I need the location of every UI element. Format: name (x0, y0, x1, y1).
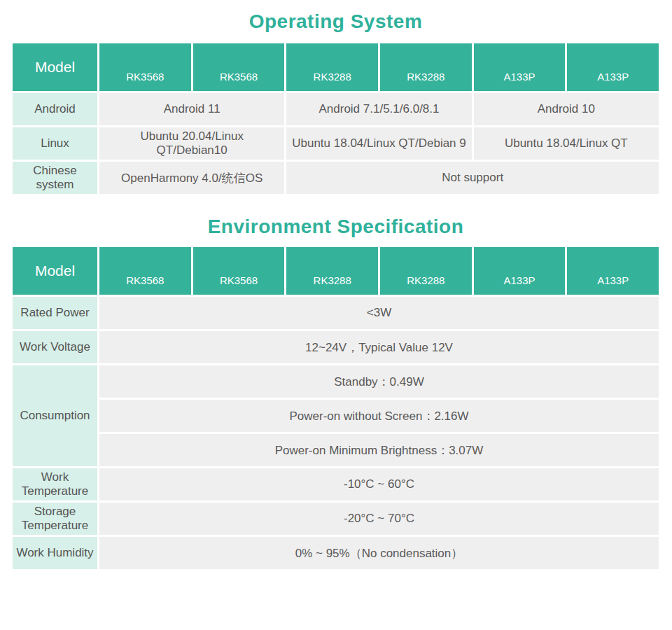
env-consumption-power-on-no-screen: Power-on without Screen：2.16W (99, 400, 659, 432)
env-work-temperature-value: -10°C ~ 60°C (99, 468, 659, 500)
os-android-rk3288: Android 7.1/5.1/6.0/8.1 (286, 93, 471, 125)
operating-system-title: Operating System (13, 10, 659, 34)
environment-specification-table: Model RK3568 RK3568 RK3288 RK3288 A133P … (13, 247, 659, 569)
os-row-label-android: Android (13, 93, 97, 125)
os-chinese-others: Not support (286, 162, 659, 194)
env-header-col-rk3288-1: RK3288 (286, 247, 378, 295)
os-linux-a133p: Ubuntu 18.04/Linux QT (474, 127, 659, 160)
os-row-label-linux: Linux (13, 127, 97, 160)
env-header-col-a133p-1: A133P (474, 247, 566, 295)
env-consumption-standby: Standby：0.49W (99, 365, 659, 398)
os-header-model: Model (13, 43, 97, 91)
os-header-col-a133p-1: A133P (474, 43, 566, 91)
env-row-label-work-temperature: Work Temperature (13, 468, 97, 500)
operating-system-table: Model RK3568 RK3568 RK3288 RK3288 A133P … (13, 43, 659, 194)
env-row-label-consumption: Consumption (13, 365, 97, 466)
os-header-col-a133p-2: A133P (567, 43, 659, 91)
os-header-col-rk3288-2: RK3288 (380, 43, 472, 91)
os-android-a133p: Android 10 (474, 93, 659, 125)
spec-page: Operating System Model RK3568 RK3568 RK3… (0, 0, 672, 569)
env-header-model: Model (13, 247, 97, 295)
env-row-label-rated-power: Rated Power (13, 297, 97, 329)
env-header-col-a133p-2: A133P (567, 247, 659, 295)
os-chinese-rk3568: OpenHarmony 4.0/统信OS (99, 162, 284, 194)
environment-specification-title: Environment Specification (13, 215, 659, 239)
env-row-label-storage-temperature: Storage Temperature (13, 503, 97, 535)
os-row-label-chinese-system: Chinese system (13, 162, 97, 194)
env-header-col-rk3568-1: RK3568 (99, 247, 191, 295)
env-header-col-rk3568-2: RK3568 (193, 247, 285, 295)
env-consumption-power-on-min-brightness: Power-on Minimum Brightness：3.07W (99, 434, 659, 466)
env-storage-temperature-value: -20°C ~ 70°C (99, 503, 659, 535)
env-work-voltage-value: 12~24V，Typical Value 12V (99, 331, 659, 363)
env-rated-power-value: <3W (99, 297, 659, 329)
env-row-label-work-voltage: Work Voltage (13, 331, 97, 363)
os-android-rk3568: Android 11 (99, 93, 284, 125)
os-header-col-rk3568-2: RK3568 (193, 43, 285, 91)
os-linux-rk3288: Ubuntu 18.04/Linux QT/Debian 9 (286, 127, 471, 160)
os-header-col-rk3568-1: RK3568 (99, 43, 191, 91)
env-work-humidity-value: 0% ~ 95%（No condensation） (99, 537, 659, 569)
os-linux-rk3568: Ubuntu 20.04/Linux QT/Debian10 (99, 127, 284, 160)
env-header-col-rk3288-2: RK3288 (380, 247, 472, 295)
env-row-label-work-humidity: Work Humidity (13, 537, 97, 569)
os-header-col-rk3288-1: RK3288 (286, 43, 378, 91)
